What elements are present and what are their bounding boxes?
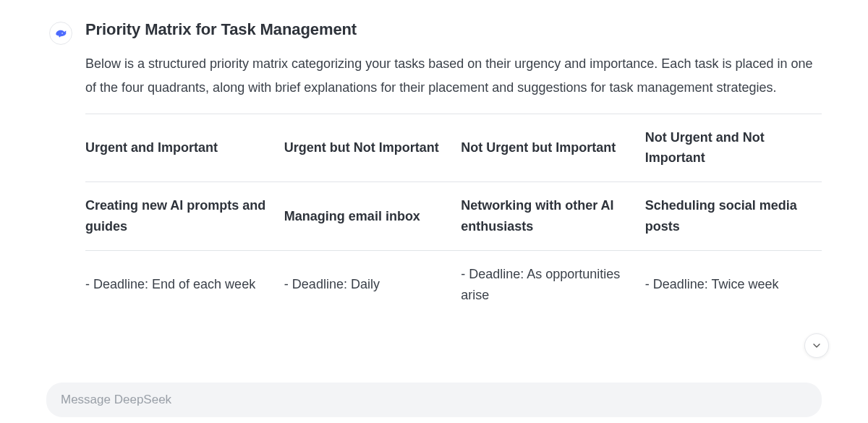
- chevron-down-icon: [811, 340, 822, 351]
- task-cell: Networking with other AI enthusiasts: [461, 182, 645, 251]
- task-cell: Creating new AI prompts and guides: [85, 182, 284, 251]
- message-input[interactable]: [61, 393, 807, 407]
- deadline-cell: - Deadline: Twice week: [645, 250, 822, 318]
- deadline-cell: - Deadline: End of each week: [85, 250, 284, 318]
- message-composer[interactable]: [46, 383, 822, 417]
- header-urgent-not-important: Urgent but Not Important: [284, 114, 461, 182]
- response-intro: Below is a structured priority matrix ca…: [85, 52, 822, 101]
- table-header-row: Urgent and Important Urgent but Not Impo…: [85, 114, 822, 182]
- deepseek-whale-icon: [54, 26, 68, 40]
- task-cell: Scheduling social media posts: [645, 182, 822, 251]
- svg-point-0: [61, 33, 63, 34]
- deadline-cell: - Deadline: As opportunities arise: [461, 250, 645, 318]
- header-not-urgent-not-important: Not Urgent and Not Important: [645, 114, 822, 182]
- response-title: Priority Matrix for Task Management: [85, 20, 822, 39]
- deadline-cell: - Deadline: Daily: [284, 250, 461, 318]
- task-cell: Managing email inbox: [284, 182, 461, 251]
- chat-response-area: Priority Matrix for Task Management Belo…: [0, 0, 868, 318]
- header-not-urgent-important: Not Urgent but Important: [461, 114, 645, 182]
- scroll-to-bottom-button[interactable]: [804, 333, 829, 358]
- priority-matrix-table: Urgent and Important Urgent but Not Impo…: [85, 114, 822, 319]
- header-urgent-important: Urgent and Important: [85, 114, 284, 182]
- table-row: Creating new AI prompts and guides Manag…: [85, 182, 822, 251]
- table-row: - Deadline: End of each week - Deadline:…: [85, 250, 822, 318]
- assistant-avatar: [49, 22, 72, 45]
